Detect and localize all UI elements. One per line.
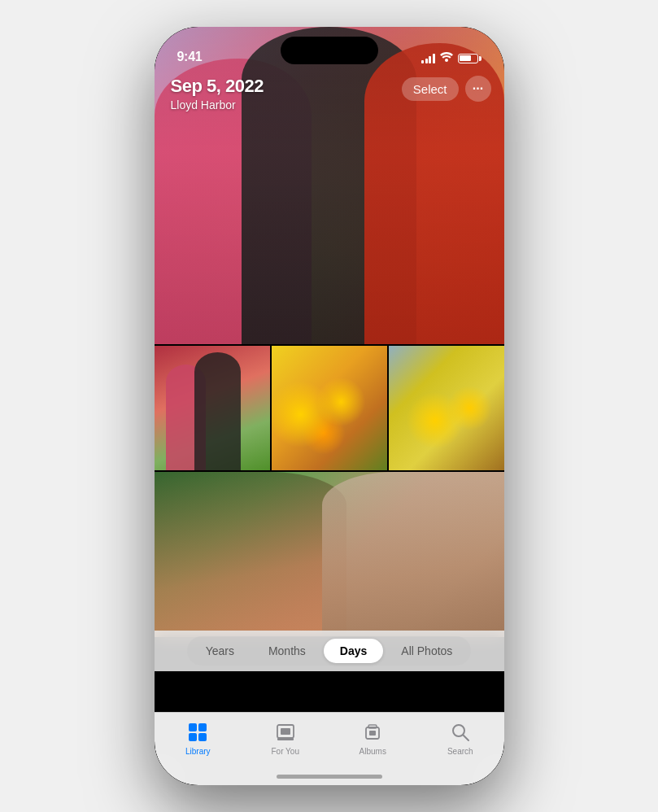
svg-rect-4	[198, 733, 207, 741]
filter-bar: Years Months Days All Photos	[155, 631, 504, 671]
photo-figures	[155, 27, 504, 344]
tab-search-label: Search	[447, 747, 473, 756]
tab-library-label: Library	[185, 747, 211, 756]
svg-rect-9	[368, 725, 377, 728]
svg-rect-6	[281, 728, 290, 735]
svg-rect-7	[277, 738, 294, 740]
tab-library[interactable]: Library	[169, 721, 226, 756]
albums-icon	[361, 721, 384, 744]
phone-frame: 9:41	[155, 27, 504, 785]
tab-search[interactable]: Search	[432, 721, 489, 756]
search-icon	[449, 721, 472, 744]
status-icons	[421, 52, 482, 64]
filter-tabs: Years Months Days All Photos	[187, 636, 472, 666]
more-dots-icon: ···	[473, 81, 483, 96]
grid-photo-1-figures	[155, 346, 270, 470]
svg-point-0	[445, 59, 448, 62]
photo-area[interactable]: Sep 5, 2022 Lloyd Harbor Select ···	[155, 27, 504, 671]
select-button[interactable]: Select	[402, 77, 459, 101]
photo-grid-row[interactable]	[155, 344, 504, 470]
photo-info-overlay: Sep 5, 2022 Lloyd Harbor	[171, 76, 264, 111]
tab-months[interactable]: Months	[252, 639, 322, 663]
grid-photo-2[interactable]	[272, 346, 389, 470]
tab-for-you-label: For You	[272, 747, 299, 756]
photo-location: Lloyd Harbor	[171, 98, 264, 111]
phone-screen: 9:41	[155, 27, 504, 785]
main-photo[interactable]: Sep 5, 2022 Lloyd Harbor Select ···	[155, 27, 504, 344]
svg-rect-3	[189, 733, 197, 741]
bottom-photo[interactable]	[155, 470, 504, 637]
for-you-icon	[274, 721, 297, 744]
wifi-icon	[440, 52, 453, 64]
library-icon	[186, 721, 209, 744]
svg-rect-1	[189, 723, 197, 731]
tab-all-photos[interactable]: All Photos	[385, 639, 468, 663]
signal-icon	[421, 54, 435, 63]
grid-photo-3[interactable]	[389, 346, 504, 470]
photo-actions: Select ···	[402, 76, 491, 102]
photo-date: Sep 5, 2022	[171, 76, 264, 97]
tab-albums-label: Albums	[360, 747, 386, 756]
tab-years[interactable]: Years	[190, 639, 251, 663]
home-indicator	[277, 775, 382, 779]
tab-for-you[interactable]: For You	[257, 721, 314, 756]
grid-photo-1[interactable]	[155, 346, 272, 470]
battery-icon	[458, 54, 482, 63]
svg-line-12	[463, 736, 468, 741]
svg-rect-10	[369, 731, 376, 736]
status-time: 9:41	[177, 50, 203, 64]
svg-rect-2	[198, 723, 207, 731]
tab-albums[interactable]: Albums	[344, 721, 401, 756]
more-button[interactable]: ···	[465, 76, 491, 102]
tab-days[interactable]: Days	[324, 639, 383, 663]
dynamic-island	[281, 37, 378, 64]
